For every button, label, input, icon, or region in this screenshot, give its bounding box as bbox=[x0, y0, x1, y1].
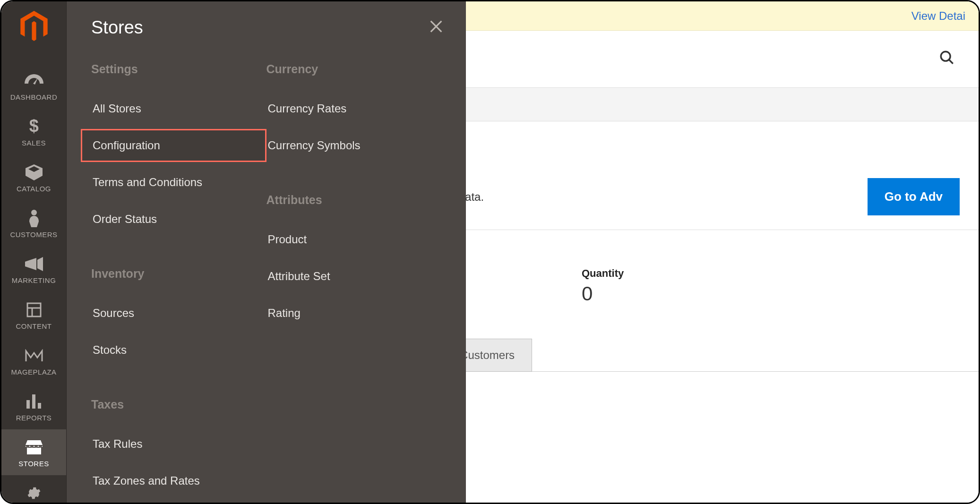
banner-link[interactable]: View Detai bbox=[911, 9, 965, 23]
link-all-stores[interactable]: All Stores bbox=[81, 92, 266, 125]
system-icon bbox=[26, 484, 42, 503]
svg-rect-11 bbox=[38, 403, 41, 409]
flyout-col-right: Currency Currency Rates Currency Symbols… bbox=[266, 62, 442, 497]
link-order-status[interactable]: Order Status bbox=[81, 203, 266, 236]
nav-label: DASHBOARD bbox=[10, 93, 58, 101]
nav-marketing[interactable]: MARKETING bbox=[1, 246, 66, 292]
app-frame: en scheduled for update. View Detai ur d… bbox=[0, 0, 980, 504]
svg-point-5 bbox=[31, 210, 37, 215]
link-tax-rules[interactable]: Tax Rules bbox=[81, 427, 266, 461]
link-tax-zones[interactable]: Tax Zones and Rates bbox=[81, 464, 266, 497]
magento-logo-icon[interactable] bbox=[20, 11, 48, 44]
stat-value: 0 bbox=[582, 282, 747, 305]
link-sources[interactable]: Sources bbox=[81, 297, 266, 330]
svg-rect-10 bbox=[32, 394, 35, 409]
nav-stores[interactable]: STORES bbox=[1, 429, 66, 475]
customers-icon bbox=[28, 209, 40, 228]
nav-label: MAGEPLAZA bbox=[11, 368, 56, 376]
nav-sales[interactable]: $ SALES bbox=[1, 109, 66, 154]
nav-label: CUSTOMERS bbox=[10, 231, 57, 239]
stat-quantity: Quantity0 bbox=[582, 267, 747, 305]
nav-label: REPORTS bbox=[16, 414, 52, 422]
nav-catalog[interactable]: CATALOG bbox=[1, 154, 66, 200]
dashboard-icon bbox=[25, 71, 43, 90]
nav-label: MARKETING bbox=[12, 276, 56, 284]
nav-reports[interactable]: REPORTS bbox=[1, 384, 66, 429]
nav-dashboard[interactable]: DASHBOARD bbox=[1, 63, 66, 109]
go-advanced-button[interactable]: Go to Adv bbox=[868, 178, 960, 215]
svg-rect-6 bbox=[27, 303, 41, 316]
svg-line-1 bbox=[949, 60, 953, 64]
nav-content[interactable]: CONTENT bbox=[1, 292, 66, 338]
flyout-col-left: Settings All Stores Configuration Terms … bbox=[91, 62, 266, 497]
link-stocks[interactable]: Stocks bbox=[81, 333, 266, 367]
section-currency: Currency bbox=[266, 62, 442, 76]
section-settings: Settings bbox=[91, 62, 266, 76]
search-icon[interactable] bbox=[939, 50, 955, 68]
link-attribute-set[interactable]: Attribute Set bbox=[256, 260, 442, 293]
flyout-title: Stores bbox=[91, 17, 441, 38]
sales-icon: $ bbox=[28, 117, 40, 136]
content-icon bbox=[26, 300, 42, 319]
nav-label: CONTENT bbox=[16, 322, 52, 330]
svg-text:$: $ bbox=[29, 118, 39, 136]
stores-flyout: Stores Settings All Stores Configuration… bbox=[67, 1, 466, 503]
link-currency-symbols[interactable]: Currency Symbols bbox=[256, 129, 442, 162]
link-product-attr[interactable]: Product bbox=[256, 223, 442, 256]
nav-customers[interactable]: CUSTOMERS bbox=[1, 200, 66, 246]
link-terms[interactable]: Terms and Conditions bbox=[81, 166, 266, 199]
catalog-icon bbox=[26, 163, 43, 182]
mageplaza-icon bbox=[25, 346, 43, 365]
reports-icon bbox=[26, 392, 42, 411]
admin-nav: DASHBOARD $ SALES CATALOG CUSTOMERS MARK… bbox=[1, 1, 67, 503]
link-rating[interactable]: Rating bbox=[256, 297, 442, 330]
stat-label: Quantity bbox=[582, 267, 747, 280]
link-configuration[interactable]: Configuration bbox=[81, 129, 266, 162]
nav-label: CATALOG bbox=[17, 185, 51, 193]
nav-label: STORES bbox=[18, 460, 49, 468]
svg-rect-9 bbox=[26, 400, 30, 409]
stores-icon bbox=[26, 438, 43, 457]
section-inventory: Inventory bbox=[91, 267, 266, 281]
section-taxes: Taxes bbox=[91, 398, 266, 411]
section-attributes: Attributes bbox=[266, 193, 442, 207]
marketing-icon bbox=[25, 255, 43, 273]
nav-label: SALES bbox=[22, 139, 46, 147]
nav-system[interactable]: SYSTEM bbox=[1, 475, 66, 504]
svg-point-0 bbox=[941, 51, 950, 61]
close-icon[interactable] bbox=[428, 18, 444, 36]
link-currency-rates[interactable]: Currency Rates bbox=[256, 92, 442, 125]
nav-mageplaza[interactable]: MAGEPLAZA bbox=[1, 338, 66, 384]
